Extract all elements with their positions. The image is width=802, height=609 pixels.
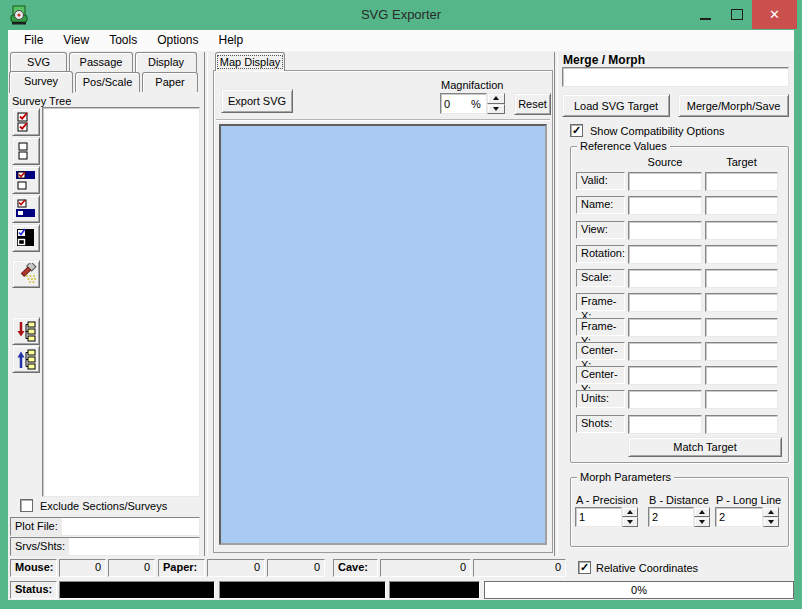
p-long-line-spin-down[interactable]	[763, 517, 779, 527]
minimize-icon	[700, 18, 711, 20]
relative-coordinates-label: Relative Coordinates	[596, 562, 698, 574]
expand-tree-button[interactable]	[12, 317, 40, 345]
center-y-target-field[interactable]	[706, 367, 777, 384]
scale-source-field[interactable]	[629, 270, 701, 287]
left-splitter[interactable]	[204, 52, 208, 556]
menu-help[interactable]: Help	[209, 30, 254, 51]
invert-checks-icon	[15, 227, 37, 249]
frame-x-source-field[interactable]	[629, 294, 701, 311]
uncheck-all-button[interactable]	[12, 137, 40, 165]
scale-target-field[interactable]	[706, 270, 777, 287]
magnification-input[interactable]	[441, 94, 471, 113]
ref-row-label: Units:	[576, 390, 625, 408]
magnification-spinner: %	[440, 93, 487, 114]
toolbar-divider	[216, 119, 550, 121]
minimize-button[interactable]	[690, 0, 720, 29]
status-segment-3	[389, 581, 480, 599]
export-svg-button[interactable]: Export SVG	[221, 89, 293, 113]
center-x-target-field[interactable]	[706, 343, 777, 360]
window-title: SVG Exporter	[0, 0, 802, 30]
paper-x-value: 0	[207, 559, 265, 577]
merge-target-field[interactable]	[563, 68, 788, 86]
highlight-button[interactable]	[12, 260, 40, 288]
tab-pos-scale[interactable]: Pos/Scale	[75, 72, 140, 92]
b-distance-spin-up[interactable]	[694, 507, 710, 517]
name-source-field[interactable]	[629, 197, 701, 214]
load-svg-target-button[interactable]: Load SVG Target	[562, 94, 670, 117]
check-all-button[interactable]	[12, 108, 40, 136]
reset-button[interactable]: Reset	[514, 93, 551, 115]
p-long-line-spin	[763, 507, 779, 527]
check-all-icon	[15, 111, 37, 133]
status-segment-1	[59, 581, 215, 599]
target-column-header: Target	[705, 156, 778, 168]
center-x-source-field[interactable]	[629, 343, 701, 360]
frame-y-source-field[interactable]	[629, 319, 701, 336]
down-arrow-icon	[699, 520, 705, 524]
check-branch-button[interactable]	[12, 166, 40, 194]
magnification-spin-down[interactable]	[487, 104, 505, 115]
units-source-field[interactable]	[629, 391, 701, 408]
reference-values-title: Reference Values	[577, 140, 670, 152]
relative-coordinates-checkbox[interactable]: ✓	[578, 561, 591, 574]
expand-tree-icon	[15, 320, 37, 342]
p-long-line-spin-up[interactable]	[763, 507, 779, 517]
app-icon[interactable]	[8, 4, 30, 26]
frame-y-target-field[interactable]	[706, 319, 777, 336]
p-long-line-input[interactable]	[716, 508, 762, 526]
tab-map-display[interactable]: Map Display	[215, 52, 285, 71]
menu-tools[interactable]: Tools	[99, 30, 147, 51]
magnification-spin-up[interactable]	[487, 93, 505, 104]
ref-row-label: Frame-Y:	[576, 318, 625, 336]
rotation-target-field[interactable]	[706, 246, 777, 263]
percent-unit: %	[471, 98, 483, 110]
up-arrow-icon	[627, 510, 633, 514]
b-distance-spin-down[interactable]	[694, 517, 710, 527]
tab-display[interactable]: Display	[135, 52, 197, 72]
ref-row-label: Shots:	[576, 415, 625, 433]
view-target-field[interactable]	[706, 222, 777, 239]
map-canvas[interactable]	[219, 124, 547, 545]
shots-target-field[interactable]	[706, 416, 777, 433]
right-splitter[interactable]	[554, 52, 558, 556]
rotation-source-field[interactable]	[629, 246, 701, 263]
exclude-sections-checkbox[interactable]	[20, 499, 33, 512]
valid-target-field[interactable]	[706, 173, 777, 190]
tab-paper[interactable]: Paper	[142, 72, 198, 92]
b-distance-spin	[694, 507, 710, 527]
center-y-source-field[interactable]	[629, 367, 701, 384]
b-distance-label: B - Distance	[649, 494, 709, 506]
a-precision-input[interactable]	[576, 508, 621, 526]
invert-checks-button[interactable]	[12, 224, 40, 252]
up-arrow-icon	[768, 510, 774, 514]
valid-source-field[interactable]	[629, 173, 701, 190]
status-label: Status:	[10, 581, 57, 599]
a-precision-spin-down[interactable]	[622, 517, 638, 527]
merge-morph-save-button[interactable]: Merge/Morph/Save	[678, 94, 789, 117]
frame-x-target-field[interactable]	[706, 294, 777, 311]
survey-tree[interactable]	[42, 107, 200, 497]
tab-svg[interactable]: SVG	[10, 52, 67, 72]
shots-source-field[interactable]	[629, 416, 701, 433]
show-compatibility-checkbox[interactable]: ✓	[570, 124, 583, 137]
down-arrow-icon	[493, 107, 499, 111]
menu-file[interactable]: File	[14, 30, 53, 51]
menu-view[interactable]: View	[53, 30, 99, 51]
match-target-button[interactable]: Match Target	[628, 437, 782, 457]
name-target-field[interactable]	[706, 197, 777, 214]
view-source-field[interactable]	[629, 222, 701, 239]
uncheck-branch-button[interactable]	[12, 195, 40, 223]
status-segment-2	[219, 581, 386, 599]
tab-survey[interactable]: Survey	[9, 71, 73, 93]
collapse-tree-button[interactable]	[12, 345, 40, 373]
ref-row-label: Rotation:	[576, 245, 625, 263]
maximize-button[interactable]	[722, 0, 752, 29]
close-button[interactable]: ✕	[752, 0, 797, 29]
b-distance-input[interactable]	[649, 508, 693, 526]
morph-parameters-title: Morph Parameters	[577, 471, 674, 483]
tab-passage[interactable]: Passage	[69, 52, 133, 72]
a-precision-spin-up[interactable]	[622, 507, 638, 517]
progress-bar: 0%	[484, 581, 794, 599]
units-target-field[interactable]	[706, 391, 777, 408]
menu-options[interactable]: Options	[147, 30, 208, 51]
